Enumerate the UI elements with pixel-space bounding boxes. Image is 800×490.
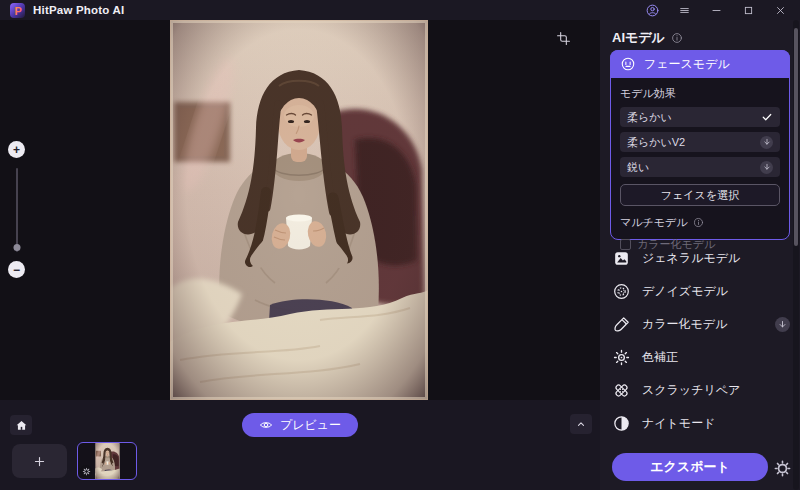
titlebar: HitPaw Photo AI <box>0 0 800 20</box>
model-label: カラー化モデル <box>642 316 727 333</box>
sidebar-item-colorize-model[interactable]: カラー化モデル <box>612 313 790 335</box>
select-face-button[interactable]: フェイスを選択 <box>620 184 780 206</box>
preview-button[interactable]: プレビュー <box>242 413 358 437</box>
menu-icon[interactable] <box>673 1 695 19</box>
model-label: ジェネラルモデル <box>642 250 740 267</box>
home-button[interactable] <box>10 415 32 435</box>
settings-gear-icon[interactable] <box>773 458 793 478</box>
bottom-toolbar: プレビュー <box>0 400 600 490</box>
zoom-slider-thumb[interactable] <box>13 244 20 251</box>
account-icon[interactable] <box>641 1 663 19</box>
sidebar-scrollbar[interactable] <box>794 28 798 246</box>
sidebar: AIモデル フェースモデル モデル効果 柔らかい 柔らかいV2 鋭い <box>600 20 800 490</box>
hitpaw-logo-icon <box>10 3 25 18</box>
effect-label: 柔らかい <box>627 110 761 125</box>
sidebar-item-general-model[interactable]: ジェネラルモデル <box>612 247 790 269</box>
download-icon[interactable] <box>775 317 790 332</box>
add-photo-button[interactable] <box>12 444 67 478</box>
multi-model-label-row: マルチモデル <box>620 215 780 230</box>
minimize-icon[interactable] <box>705 1 727 19</box>
bandage-icon <box>612 381 631 400</box>
effect-option-soft-v2[interactable]: 柔らかいV2 <box>620 132 780 152</box>
close-icon[interactable] <box>769 1 791 19</box>
denoise-icon <box>612 282 631 301</box>
window-controls <box>641 1 800 19</box>
model-label: 色補正 <box>642 349 678 366</box>
face-model-title: フェースモデル <box>644 56 730 73</box>
model-label: ナイトモード <box>642 415 715 432</box>
eye-icon <box>259 418 273 432</box>
preview-button-label: プレビュー <box>280 417 341 434</box>
collapse-panel-button[interactable] <box>570 414 592 434</box>
app-title: HitPaw Photo AI <box>33 4 124 16</box>
face-model-icon <box>620 56 636 72</box>
effect-option-sharp[interactable]: 鋭い <box>620 157 780 177</box>
face-model-panel: フェースモデル モデル効果 柔らかい 柔らかいV2 鋭い フェイスを選択 <box>610 50 790 240</box>
zoom-out-button[interactable]: − <box>8 261 25 278</box>
model-label: スクラッチリペア <box>642 382 740 399</box>
photo-preview <box>170 20 428 400</box>
zoom-slider[interactable] <box>16 168 18 252</box>
model-effects-label: モデル効果 <box>620 86 780 101</box>
zoom-control: + − <box>8 141 25 278</box>
face-model-header[interactable]: フェースモデル <box>610 50 790 78</box>
info-icon[interactable] <box>693 217 704 228</box>
thumbnail-image <box>94 443 121 479</box>
thumbnail-settings-gear-icon[interactable] <box>80 465 92 477</box>
half-circle-icon <box>612 414 631 433</box>
sidebar-item-scratch-repair[interactable]: スクラッチリペア <box>612 379 790 401</box>
effect-label: 鋭い <box>627 160 760 175</box>
crop-icon[interactable] <box>556 28 576 48</box>
export-button[interactable]: エクスポート <box>612 453 768 481</box>
sidebar-item-night-mode[interactable]: ナイトモード <box>612 412 790 434</box>
hitpaw-photo-ai-window: HitPaw Photo AI + − プレビュー <box>0 0 800 490</box>
zoom-in-button[interactable]: + <box>8 141 25 158</box>
sidebar-header: AIモデル <box>600 20 800 47</box>
home-icon <box>15 419 28 432</box>
maximize-icon[interactable] <box>737 1 759 19</box>
info-icon[interactable] <box>671 32 683 44</box>
download-icon[interactable] <box>760 136 773 149</box>
image-icon <box>612 249 631 268</box>
effect-label: 柔らかいV2 <box>627 135 760 150</box>
check-icon <box>761 111 773 123</box>
model-label: デノイズモデル <box>642 283 728 300</box>
sidebar-title: AIモデル <box>612 29 665 47</box>
sun-icon <box>612 348 631 367</box>
plus-icon <box>32 454 47 469</box>
sidebar-item-color-correction[interactable]: 色補正 <box>612 346 790 368</box>
face-model-body: モデル効果 柔らかい 柔らかいV2 鋭い フェイスを選択 マルチモデル <box>611 78 789 252</box>
multi-model-label: マルチモデル <box>620 215 688 230</box>
download-icon[interactable] <box>760 161 773 174</box>
brush-icon <box>612 315 631 334</box>
chevron-up-icon <box>575 418 587 430</box>
editor-canvas: + − <box>0 20 600 400</box>
sidebar-item-denoise-model[interactable]: デノイズモデル <box>612 280 790 302</box>
effect-option-soft[interactable]: 柔らかい <box>620 107 780 127</box>
photo-thumbnail[interactable] <box>77 442 137 480</box>
